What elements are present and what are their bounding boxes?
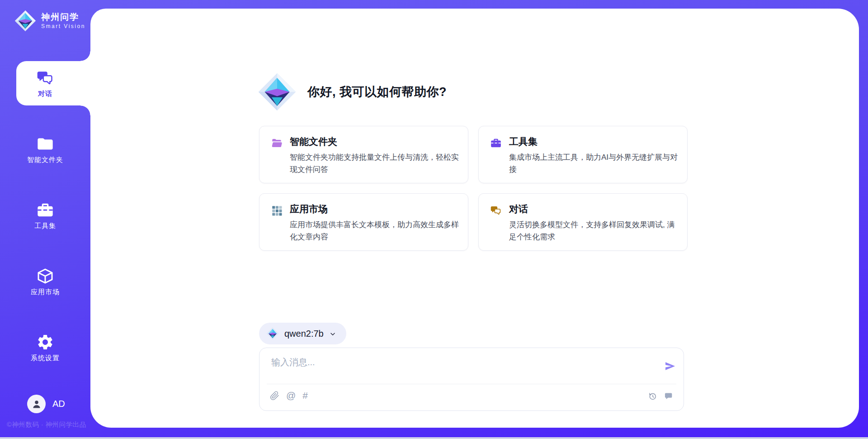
attach-file-button[interactable] <box>270 391 279 401</box>
chat-bubble-icon <box>664 391 674 401</box>
card-smart-folder[interactable]: 智能文件夹 智能文件夹功能支持批量文件上传与清洗，轻松实现文件问答 <box>259 126 468 183</box>
sidebar-item-settings[interactable]: 系统设置 <box>0 333 90 363</box>
model-name: qwen2:7b <box>284 329 324 339</box>
sidebar-item-chat[interactable]: 对话 <box>0 69 90 98</box>
card-title: 应用市场 <box>290 203 328 215</box>
hash-icon: # <box>302 391 308 401</box>
sidebar-item-smart-folder[interactable]: 智能文件夹 <box>0 135 90 164</box>
greeting-text: 你好, 我可以如何帮助你? <box>307 84 447 100</box>
user-name: AD <box>52 399 65 409</box>
card-description: 集成市场上主流工具，助力AI与外界无缝扩展与对接 <box>509 151 678 176</box>
folder-open-icon <box>271 137 283 149</box>
card-description: 应用市场提供丰富长文本模板，助力高效生成多样化文章内容 <box>290 219 459 243</box>
message-composer: @ # <box>259 348 684 411</box>
assistant-diamond-icon <box>258 72 297 111</box>
card-title: 对话 <box>509 203 528 215</box>
at-icon: @ <box>286 391 296 401</box>
brand-name-en: Smart Vision <box>41 23 85 29</box>
toolbox-icon <box>36 201 54 219</box>
brand-logo: 神州问学 Smart Vision <box>14 10 85 32</box>
sidebar-item-label: 应用市场 <box>0 288 90 296</box>
card-chat[interactable]: 对话 灵活切换多模型文件，支持多样回复效果调试, 满足个性化需求 <box>478 193 688 251</box>
send-icon <box>664 360 676 372</box>
chevron-down-icon <box>329 330 336 338</box>
model-selector[interactable]: qwen2:7b <box>259 323 346 344</box>
greeting-block: 你好, 我可以如何帮助你? <box>258 72 447 111</box>
avatar <box>27 395 46 413</box>
history-button[interactable] <box>648 391 657 401</box>
user-icon <box>31 398 42 410</box>
brand-name-cn: 神州问学 <box>41 12 85 22</box>
topic-button[interactable]: # <box>302 391 308 401</box>
sidebar: 神州问学 Smart Vision 对话 智能文件夹 <box>0 0 90 439</box>
sidebar-item-label: 工具集 <box>0 222 90 230</box>
mention-button[interactable]: @ <box>286 391 296 401</box>
sidebar-item-label: 系统设置 <box>0 354 90 363</box>
user-account[interactable]: AD <box>27 395 65 413</box>
send-button[interactable] <box>664 360 676 372</box>
conversation-button[interactable] <box>664 391 674 401</box>
composer-toolbar-left: @ # <box>270 391 308 401</box>
copyright-footer: ©神州数码 · 神州问学出品 <box>7 420 90 429</box>
composer-toolbar-right <box>648 391 674 401</box>
feature-cards: 智能文件夹 智能文件夹功能支持批量文件上传与清洗，轻松实现文件问答 工具集 集成… <box>259 126 688 251</box>
composer-divider <box>267 384 676 384</box>
active-tab-curve-bottom <box>80 105 90 115</box>
card-app-market[interactable]: 应用市场 应用市场提供丰富长文本模板，助力高效生成多样化文章内容 <box>259 193 468 251</box>
sidebar-item-app-market[interactable]: 应用市场 <box>0 267 90 296</box>
window-edge <box>0 437 868 439</box>
paperclip-icon <box>270 391 279 401</box>
model-diamond-icon <box>266 327 279 340</box>
sidebar-item-label: 对话 <box>0 90 90 98</box>
gear-icon <box>36 333 54 351</box>
card-title: 工具集 <box>509 135 538 148</box>
app-window: 神州问学 Smart Vision 对话 智能文件夹 <box>0 0 868 439</box>
grid-icon <box>271 205 283 216</box>
card-description: 智能文件夹功能支持批量文件上传与清洗，轻松实现文件问答 <box>290 151 459 176</box>
history-clock-icon <box>648 391 657 401</box>
cube-icon <box>36 267 54 285</box>
card-toolset[interactable]: 工具集 集成市场上主流工具，助力AI与外界无缝扩展与对接 <box>478 126 688 183</box>
card-description: 灵活切换多模型文件，支持多样回复效果调试, 满足个性化需求 <box>509 219 678 243</box>
brand-diamond-icon <box>14 10 36 32</box>
chat-bubbles-icon <box>36 69 54 87</box>
card-title: 智能文件夹 <box>290 135 337 148</box>
message-input[interactable] <box>271 356 660 380</box>
brand-text: 神州问学 Smart Vision <box>41 12 85 29</box>
sidebar-item-label: 智能文件夹 <box>0 156 90 164</box>
chat-bubbles-icon <box>490 205 502 216</box>
sidebar-item-toolset[interactable]: 工具集 <box>0 201 90 230</box>
toolbox-icon <box>490 137 502 149</box>
active-tab-curve-top <box>80 51 90 61</box>
folder-icon <box>36 135 54 153</box>
